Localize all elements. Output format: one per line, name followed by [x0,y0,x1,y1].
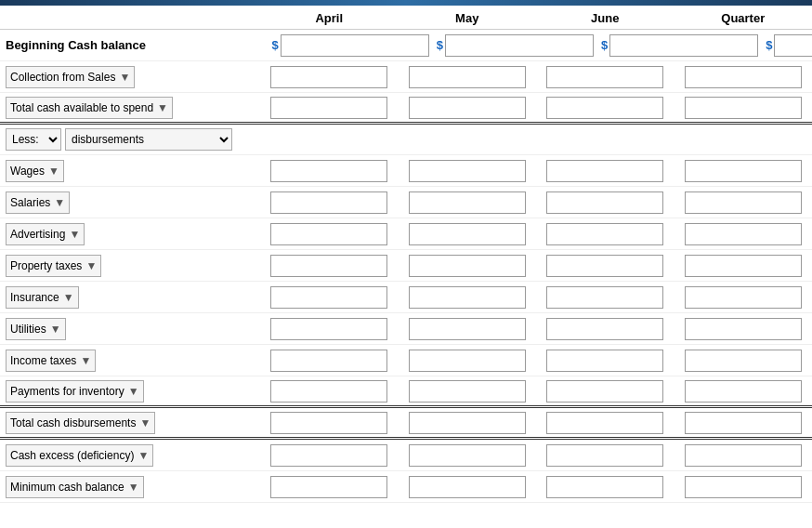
advertising-row: Advertising ▼ [0,218,812,250]
total-cash-april-input[interactable] [270,97,387,119]
payments-inventory-may-cell [399,377,537,405]
collection-from-sales-dropdown[interactable]: Collection from Sales ▼ [6,66,135,88]
beginning-cash-row: Beginning Cash balance $ $ $ $ [0,30,812,61]
property-taxes-june-input[interactable] [546,255,663,277]
cash-excess-may-input[interactable] [409,444,526,467]
advertising-april-input[interactable] [270,223,387,245]
advertising-dropdown[interactable]: Advertising ▼ [6,223,85,245]
salaries-label: Salaries [10,196,50,209]
property-taxes-quarter-cell [674,252,813,280]
utilities-april-input[interactable] [270,318,387,340]
payments-inventory-row: Payments for inventory ▼ [0,376,812,408]
dollar-sign-2: $ [437,38,443,52]
income-taxes-june-input[interactable] [546,350,663,372]
collection-quarter-cell [674,63,813,91]
cash-excess-quarter-input[interactable] [685,444,802,467]
minimum-cash-april-input[interactable] [270,476,387,498]
minimum-cash-may-input[interactable] [409,476,526,498]
payments-inventory-june-input[interactable] [546,380,663,403]
total-cash-june-input[interactable] [546,97,663,119]
minimum-cash-balance-row: Minimum cash balance ▼ [0,471,812,503]
advertising-label: Advertising [10,228,65,241]
payments-inventory-quarter-input[interactable] [685,380,802,403]
utilities-may-input[interactable] [409,318,526,340]
insurance-june-input[interactable] [546,286,663,309]
salaries-quarter-input[interactable] [685,191,802,214]
income-taxes-quarter-input[interactable] [685,350,802,372]
income-taxes-row: Income taxes ▼ [0,345,812,376]
salaries-april-input[interactable] [270,191,387,214]
minimum-cash-quarter-input[interactable] [685,476,802,498]
total-disbursements-quarter-cell [674,409,813,437]
total-disbursements-april-input[interactable] [270,412,387,434]
cash-excess-june-input[interactable] [546,444,663,467]
beginning-cash-june-input[interactable] [609,34,758,57]
minimum-cash-balance-dropdown[interactable]: Minimum cash balance ▼ [6,476,144,498]
wages-dropdown[interactable]: Wages ▼ [6,160,64,182]
total-disbursements-label: Total cash disbursements [10,416,136,429]
salaries-may-input[interactable] [409,191,526,214]
utilities-dropdown[interactable]: Utilities ▼ [6,318,66,340]
total-cash-available-row: Total cash available to spend ▼ [0,93,812,125]
dollar-sign-4: $ [766,38,772,52]
insurance-april-input[interactable] [270,286,387,309]
beginning-cash-april-input[interactable] [281,34,429,57]
salaries-dropdown[interactable]: Salaries ▼ [6,191,70,214]
payments-inventory-dropdown[interactable]: Payments for inventory ▼ [6,380,144,403]
advertising-june-input[interactable] [546,223,663,245]
less-select[interactable]: Less: [6,128,61,151]
cash-excess-april-input[interactable] [270,444,387,467]
total-disbursements-dropdown[interactable]: Total cash disbursements ▼ [6,412,155,434]
collection-from-sales-row: Collection from Sales ▼ [0,61,812,93]
utilities-quarter-input[interactable] [685,318,802,340]
total-cash-available-arrow: ▼ [157,101,168,114]
wages-april-cell [260,157,399,185]
total-cash-available-dropdown[interactable]: Total cash available to spend ▼ [6,97,173,119]
property-taxes-may-input[interactable] [409,255,526,277]
insurance-quarter-input[interactable] [685,286,802,309]
salaries-june-input[interactable] [546,191,663,214]
property-taxes-dropdown[interactable]: Property taxes ▼ [6,255,101,277]
total-disbursements-may-cell [399,409,537,437]
advertising-may-input[interactable] [409,223,526,245]
wages-may-input[interactable] [409,160,526,182]
insurance-may-input[interactable] [409,286,526,309]
insurance-row: Insurance ▼ [0,282,812,313]
minimum-cash-june-input[interactable] [546,476,663,498]
payments-inventory-april-input[interactable] [270,380,387,403]
total-disbursements-june-input[interactable] [546,412,663,434]
header-quarter: Quarter [674,11,813,25]
advertising-quarter-input[interactable] [685,223,802,245]
beginning-cash-may-input[interactable] [445,34,594,57]
utilities-june-input[interactable] [546,318,663,340]
collection-may-input[interactable] [409,66,526,88]
wages-april-input[interactable] [270,160,387,182]
total-cash-may-input[interactable] [409,97,526,119]
label-header-spacer [0,11,260,25]
beginning-cash-april-cell: $ [260,32,425,59]
collection-quarter-input[interactable] [685,66,802,88]
wages-may-cell [399,157,537,185]
beginning-cash-quarter-input[interactable] [774,34,812,57]
payments-inventory-may-input[interactable] [409,380,526,403]
property-taxes-quarter-input[interactable] [685,255,802,277]
collection-june-cell [536,63,674,91]
insurance-june-cell [536,284,674,311]
property-taxes-april-input[interactable] [270,255,387,277]
insurance-dropdown[interactable]: Insurance ▼ [6,286,79,309]
cash-excess-dropdown[interactable]: Cash excess (deficiency) ▼ [6,444,153,467]
wages-june-input[interactable] [546,160,663,182]
minimum-cash-balance-label: Minimum cash balance [10,481,124,494]
collection-april-input[interactable] [270,66,387,88]
total-cash-quarter-input[interactable] [685,97,802,119]
disbursements-select[interactable]: disbursements [65,128,232,151]
total-disbursements-quarter-input[interactable] [685,412,802,434]
minimum-cash-april-cell [260,473,399,501]
total-disbursements-may-input[interactable] [409,412,526,434]
payments-inventory-label: Payments for inventory [10,385,124,398]
wages-quarter-input[interactable] [685,160,802,182]
income-taxes-may-input[interactable] [409,350,526,372]
income-taxes-dropdown[interactable]: Income taxes ▼ [6,350,96,372]
income-taxes-april-input[interactable] [270,350,387,372]
collection-june-input[interactable] [546,66,663,88]
